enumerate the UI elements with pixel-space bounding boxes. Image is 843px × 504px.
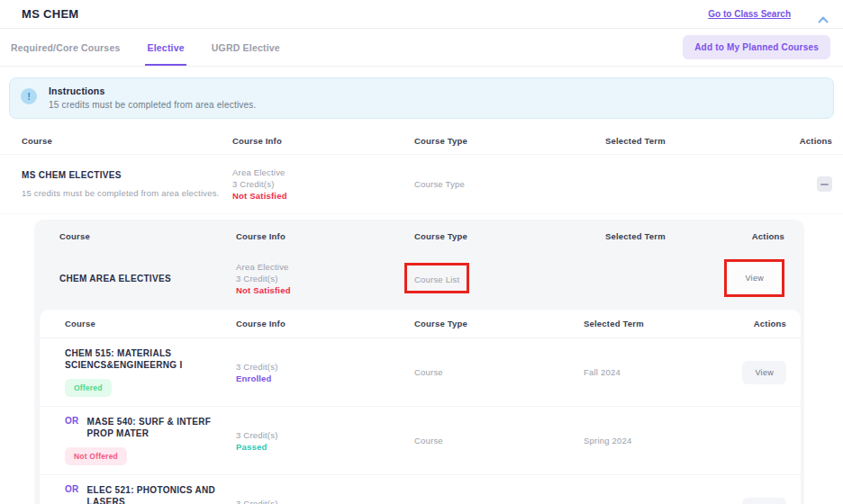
column-header-course: Course <box>65 319 236 328</box>
course-type-value: Course Type <box>414 179 605 189</box>
course-credits: 3 Credit(s) <box>236 361 414 373</box>
column-header-selected-term: Selected Term <box>605 136 767 146</box>
course-credits: 3 Credit(s) <box>236 498 414 504</box>
column-header-course-type: Course Type <box>414 136 605 146</box>
status-passed: Passed <box>236 441 414 453</box>
topbar: MS CHEM Go to Class Search <box>0 0 843 29</box>
instructions-banner: ! Instructions 15 credits must be comple… <box>9 77 834 119</box>
not-offered-badge: Not Offered <box>65 447 127 465</box>
table-row-elec-521: OR ELEC 521: PHOTONICS AND LASERS Offere… <box>40 475 801 504</box>
add-to-planned-courses-button[interactable]: Add to My Planned Courses <box>683 35 830 59</box>
collapse-row-button[interactable] <box>817 176 832 192</box>
course-title: MASE 540: SURF & INTERF PROP MATER <box>87 416 236 439</box>
tab-ugrd-elective[interactable]: UGRD Elective <box>210 30 282 66</box>
status-not-satisfied: Not Satisfied <box>236 284 414 296</box>
column-header-course-info: Course Info <box>232 136 414 146</box>
status-not-satisfied: Not Satisfied <box>232 190 414 202</box>
or-label: OR <box>65 416 79 426</box>
course-type-value: Course <box>414 436 584 446</box>
course-type-value: Course <box>414 367 584 377</box>
view-course-button[interactable]: View <box>742 498 786 504</box>
table-row-ms-chem-electives: MS CHEM ELECTIVES 15 credits must be com… <box>0 155 843 214</box>
course-credits: 3 Credit(s) <box>236 429 414 441</box>
course-info-type: Area Elective <box>236 261 414 273</box>
column-header-course: Course <box>22 136 232 146</box>
group-panel-chem-area-electives: Course Course Info Course Type Selected … <box>34 220 804 504</box>
column-header-course-info: Course Info <box>236 231 414 241</box>
annotation-highlight-view-button: View <box>724 259 784 297</box>
column-header-actions: Actions <box>713 231 784 241</box>
tab-bar: Required/Core Courses Elective UGRD Elec… <box>0 29 843 67</box>
tab-required-core-courses[interactable]: Required/Core Courses <box>9 30 122 66</box>
column-header-selected-term: Selected Term <box>605 231 713 241</box>
column-header-selected-term: Selected Term <box>584 319 719 328</box>
annotation-highlight-course-list: Course List <box>404 263 469 293</box>
course-title: CHEM 515: MATERIALS SCIENCS&ENGINEERNG I <box>65 347 198 371</box>
course-table-header: Course Course Info Course Type Selected … <box>40 310 801 338</box>
selected-term-value: Spring 2024 <box>584 436 719 446</box>
or-label: OR <box>65 484 79 494</box>
course-info-credits: 3 Credit(s) <box>236 273 414 284</box>
instructions-text: 15 credits must be completed from area e… <box>49 100 256 110</box>
column-header-course: Course <box>59 231 236 241</box>
page-title: MS CHEM <box>22 7 79 21</box>
view-course-list-button[interactable]: View <box>732 266 776 290</box>
table-row-mase-540: OR MASE 540: SURF & INTERF PROP MATER No… <box>40 407 801 475</box>
requirement-title: MS CHEM ELECTIVES <box>22 170 232 180</box>
column-header-actions: Actions <box>719 319 786 328</box>
selected-term-value: Fall 2024 <box>584 367 719 377</box>
group-title: CHEM AREA ELECTIVES <box>59 274 236 284</box>
instructions-title: Instructions <box>49 86 256 96</box>
course-info-credits: 3 Credit(s) <box>232 178 414 190</box>
minus-icon <box>820 184 829 185</box>
course-title: ELEC 521: PHOTONICS AND LASERS <box>87 484 236 504</box>
column-header-course-type: Course Type <box>414 231 605 241</box>
go-to-class-search-link[interactable]: Go to Class Search <box>708 9 791 19</box>
course-type-value: Course List <box>414 274 459 284</box>
table-row-chem-area-electives: CHEM AREA ELECTIVES Area Elective 3 Cred… <box>34 248 804 308</box>
info-icon: ! <box>21 88 37 104</box>
requirement-subtitle: 15 credits must be completed from area e… <box>22 188 232 198</box>
view-course-button[interactable]: View <box>742 361 786 384</box>
outer-table-header: Course Course Info Course Type Selected … <box>0 128 843 155</box>
group-table-header: Course Course Info Course Type Selected … <box>34 220 804 248</box>
table-row-chem-515: CHEM 515: MATERIALS SCIENCS&ENGINEERNG I… <box>40 338 801 407</box>
column-header-course-info: Course Info <box>236 319 414 328</box>
status-enrolled: Enrolled <box>236 373 414 384</box>
course-list-panel: Course Course Info Course Type Selected … <box>40 310 801 504</box>
column-header-actions: Actions <box>767 136 832 146</box>
offered-badge: Offered <box>65 379 112 397</box>
tab-elective[interactable]: Elective <box>145 30 186 66</box>
course-info-type: Area Elective <box>232 166 414 178</box>
column-header-course-type: Course Type <box>414 319 584 328</box>
chevron-up-icon[interactable] <box>818 11 829 18</box>
